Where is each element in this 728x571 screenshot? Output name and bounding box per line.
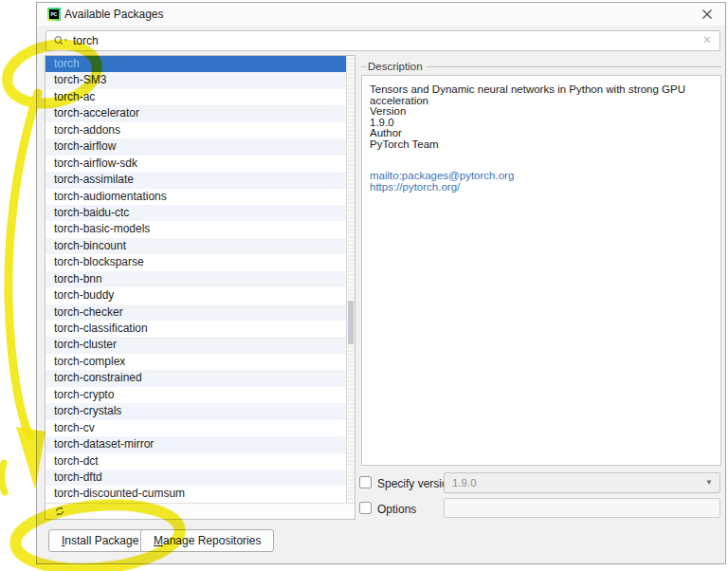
- description-group-header: Description: [361, 60, 721, 73]
- highlight-tail: [2, 463, 5, 492]
- description-box: Tensors and Dynamic neural networks in P…: [361, 75, 721, 466]
- list-item[interactable]: torch: [46, 56, 355, 72]
- scrollbar-thumb[interactable]: [348, 301, 354, 344]
- list-item[interactable]: torch-checker: [46, 304, 355, 321]
- list-item[interactable]: torch-discounted-cumsum: [46, 486, 355, 502]
- version-select-value: 1.9.0: [452, 477, 477, 488]
- version-label: Version: [370, 106, 713, 118]
- list-item[interactable]: torch-airflow-sdk: [46, 156, 355, 172]
- list-item[interactable]: torch-classification: [46, 321, 355, 337]
- package-summary: Tensors and Dynamic neural networks in P…: [370, 84, 713, 106]
- refresh-icon[interactable]: [54, 506, 65, 517]
- clear-search-icon[interactable]: ✕: [702, 33, 712, 46]
- list-item[interactable]: torch-crystals: [46, 403, 355, 419]
- chevron-down-icon: ▼: [705, 478, 713, 487]
- list-item[interactable]: torch-bincount: [46, 238, 355, 254]
- description-title: Description: [366, 61, 427, 72]
- version-value: 1.9.0: [370, 118, 713, 129]
- list-item[interactable]: torch-SM3: [46, 72, 355, 88]
- list-item[interactable]: torch-audiomentations: [46, 189, 355, 205]
- list-item[interactable]: torch-cluster: [46, 337, 355, 353]
- list-item[interactable]: torch-cv: [46, 420, 355, 436]
- window-title: Available Packages: [64, 8, 164, 21]
- list-item[interactable]: torch-constrained: [46, 370, 355, 386]
- list-item[interactable]: torch-assimilate: [46, 172, 355, 188]
- author-value: PyTorch Team: [370, 139, 713, 151]
- install-package-button[interactable]: Install Package: [48, 529, 152, 552]
- options-label: Options: [377, 503, 416, 516]
- homepage-link[interactable]: https://pytorch.org/: [370, 182, 713, 193]
- options-checkbox[interactable]: [359, 502, 372, 514]
- package-list-rows: torchtorch-SM3torch-actorch-acceleratort…: [46, 56, 355, 504]
- list-item[interactable]: torch-dataset-mirror: [46, 436, 355, 452]
- list-scrollbar[interactable]: [346, 56, 355, 504]
- specify-version-checkbox[interactable]: [359, 476, 372, 488]
- list-item[interactable]: torch-addons: [46, 122, 355, 138]
- list-item[interactable]: torch-dct: [46, 453, 355, 470]
- package-links: mailto:packages@pytorch.org https://pyto…: [370, 171, 713, 193]
- search-icon: [53, 35, 69, 47]
- list-item[interactable]: torch-accelerator: [46, 105, 355, 121]
- search-input[interactable]: torch ✕: [46, 30, 720, 51]
- list-item[interactable]: torch-dftd: [46, 470, 355, 486]
- search-value: torch: [73, 34, 99, 47]
- list-item[interactable]: torch-crypto: [46, 387, 355, 403]
- mailto-link[interactable]: mailto:packages@pytorch.org: [370, 171, 713, 182]
- author-label: Author: [370, 128, 713, 139]
- options-input[interactable]: [444, 498, 720, 518]
- list-toolbar: [46, 503, 355, 519]
- list-item[interactable]: torch-airflow: [46, 138, 355, 155]
- list-item[interactable]: torch-blocksparse: [46, 254, 355, 270]
- manage-repositories-button[interactable]: Manage Repositories: [140, 529, 274, 552]
- list-item[interactable]: torch-buddy: [46, 287, 355, 304]
- list-item[interactable]: torch-basic-models: [46, 221, 355, 237]
- close-icon[interactable]: [700, 7, 715, 22]
- highlight-arrow-line: [9, 93, 38, 436]
- title-bar: PC Available Packages: [37, 3, 725, 26]
- available-packages-dialog: PC Available Packages torch ✕ torchtorch…: [36, 2, 726, 564]
- list-item[interactable]: torch-baidu-ctc: [46, 205, 355, 221]
- list-item[interactable]: torch-ac: [46, 89, 355, 105]
- version-select[interactable]: 1.9.0 ▼: [444, 472, 720, 493]
- list-item[interactable]: torch-bnn: [46, 271, 355, 287]
- pycharm-icon: PC: [47, 8, 61, 21]
- package-list: torchtorch-SM3torch-actorch-acceleratort…: [45, 55, 355, 520]
- screen: PC Available Packages torch ✕ torchtorch…: [0, 0, 728, 571]
- list-item[interactable]: torch-complex: [46, 354, 355, 370]
